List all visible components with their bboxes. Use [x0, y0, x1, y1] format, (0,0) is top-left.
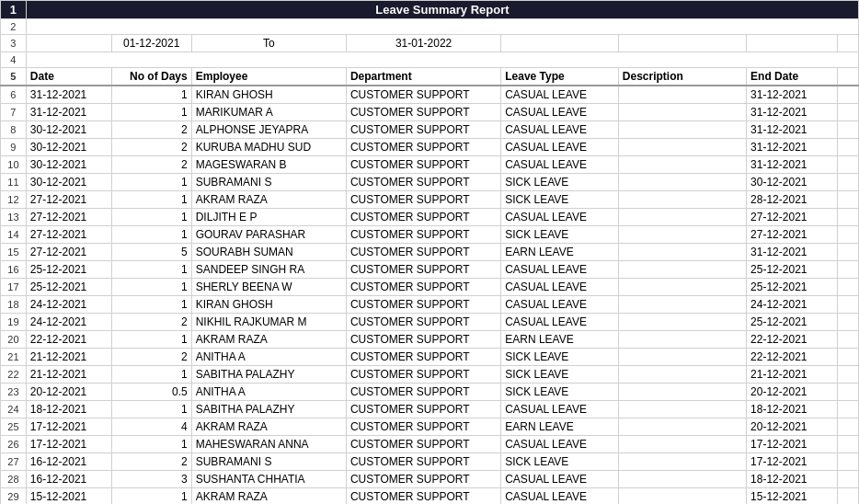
employee-cell: GOURAV PARASHAR	[191, 226, 346, 244]
enddate-cell: 27-12-2021	[747, 226, 838, 244]
row-num: 26	[1, 436, 27, 453]
dept-cell: CUSTOMER SUPPORT	[346, 174, 500, 191]
date-cell: 17-12-2021	[26, 418, 111, 436]
dept-cell: CUSTOMER SUPPORT	[346, 471, 500, 488]
header-enddate: End Date	[747, 68, 838, 86]
employee-cell: MARIKUMAR A	[191, 104, 346, 121]
row-num: 27	[1, 453, 27, 471]
table-row: 2418-12-20211SABITHA PALAZHYCUSTOMER SUP…	[1, 401, 859, 418]
desc-cell	[618, 296, 746, 314]
row-num: 15	[1, 244, 27, 261]
row-num: 24	[1, 401, 27, 418]
enddate-cell: 21-12-2021	[747, 366, 838, 384]
dept-cell: CUSTOMER SUPPORT	[346, 331, 500, 349]
days-cell: 2	[111, 453, 191, 471]
extra-cell	[837, 384, 858, 401]
table-row: 1824-12-20211KIRAN GHOSHCUSTOMER SUPPORT…	[1, 296, 859, 314]
dept-cell: CUSTOMER SUPPORT	[346, 384, 500, 401]
desc-cell	[618, 488, 746, 505]
enddate-cell: 25-12-2021	[747, 314, 838, 331]
enddate-cell: 28-12-2021	[747, 191, 838, 209]
row-num: 19	[1, 314, 27, 331]
employee-cell: MAHESWARAN ANNA	[191, 436, 346, 453]
date-range-row: 3 01-12-2021 To 31-01-2022	[1, 35, 859, 52]
enddate-cell: 17-12-2021	[747, 436, 838, 453]
extra-cell	[837, 401, 858, 418]
extra-cell	[837, 488, 858, 505]
employee-cell: MAGESWARAN B	[191, 156, 346, 174]
date-cell: 20-12-2021	[26, 384, 111, 401]
dept-cell: CUSTOMER SUPPORT	[346, 418, 500, 436]
table-row: 2022-12-20211AKRAM RAZACUSTOMER SUPPORTE…	[1, 331, 859, 349]
days-cell: 1	[111, 86, 191, 104]
table-row: 1527-12-20215SOURABH SUMANCUSTOMER SUPPO…	[1, 244, 859, 261]
days-cell: 1	[111, 488, 191, 505]
table-row: 2816-12-20213SUSHANTA CHHATIACUSTOMER SU…	[1, 471, 859, 488]
extra-cell	[837, 453, 858, 471]
enddate-cell: 22-12-2021	[747, 331, 838, 349]
table-row: 1030-12-20212MAGESWARAN BCUSTOMER SUPPOR…	[1, 156, 859, 174]
to-date: 31-01-2022	[346, 35, 500, 52]
days-cell: 3	[111, 471, 191, 488]
employee-cell: SABITHA PALAZHY	[191, 401, 346, 418]
dept-cell: CUSTOMER SUPPORT	[346, 401, 500, 418]
extra-cell	[837, 104, 858, 121]
employee-cell: AKRAM RAZA	[191, 191, 346, 209]
date-cell: 21-12-2021	[26, 366, 111, 384]
row-num-1: 1	[1, 1, 27, 19]
header-department: Department	[346, 68, 500, 86]
days-cell: 1	[111, 191, 191, 209]
extra-cell	[837, 191, 858, 209]
leavetype-cell: CASUAL LEAVE	[501, 314, 619, 331]
days-cell: 1	[111, 104, 191, 121]
dept-cell: CUSTOMER SUPPORT	[346, 453, 500, 471]
date-cell: 30-12-2021	[26, 139, 111, 156]
leavetype-cell: SICK LEAVE	[501, 349, 619, 366]
extra-cell	[837, 261, 858, 279]
row-num: 10	[1, 156, 27, 174]
desc-cell	[618, 174, 746, 191]
to-label: To	[191, 35, 346, 52]
dept-cell: CUSTOMER SUPPORT	[346, 296, 500, 314]
date-cell: 25-12-2021	[26, 261, 111, 279]
days-cell: 2	[111, 121, 191, 139]
days-cell: 5	[111, 244, 191, 261]
extra-cell	[837, 139, 858, 156]
enddate-cell: 31-12-2021	[747, 121, 838, 139]
date-cell: 30-12-2021	[26, 156, 111, 174]
days-cell: 1	[111, 331, 191, 349]
date-cell: 15-12-2021	[26, 488, 111, 505]
days-cell: 1	[111, 296, 191, 314]
extra-cell	[837, 436, 858, 453]
dept-cell: CUSTOMER SUPPORT	[346, 279, 500, 296]
days-cell: 1	[111, 436, 191, 453]
extra-cell	[837, 331, 858, 349]
date-cell: 31-12-2021	[26, 104, 111, 121]
spreadsheet-table: 1 Leave Summary Report 2 3 01-12-2021 To…	[0, 0, 859, 504]
days-cell: 1	[111, 401, 191, 418]
employee-cell: ANITHA A	[191, 384, 346, 401]
desc-cell	[618, 226, 746, 244]
desc-cell	[618, 471, 746, 488]
desc-cell	[618, 314, 746, 331]
date-cell: 21-12-2021	[26, 349, 111, 366]
row-num: 22	[1, 366, 27, 384]
leavetype-cell: CASUAL LEAVE	[501, 209, 619, 226]
enddate-cell: 31-12-2021	[747, 139, 838, 156]
extra-cell	[837, 156, 858, 174]
desc-cell	[618, 261, 746, 279]
date-cell: 24-12-2021	[26, 314, 111, 331]
extra-cell	[837, 86, 858, 104]
employee-cell: NIKHIL RAJKUMAR M	[191, 314, 346, 331]
dept-cell: CUSTOMER SUPPORT	[346, 488, 500, 505]
enddate-cell: 31-12-2021	[747, 156, 838, 174]
leavetype-cell: CASUAL LEAVE	[501, 121, 619, 139]
employee-cell: AKRAM RAZA	[191, 331, 346, 349]
dept-cell: CUSTOMER SUPPORT	[346, 139, 500, 156]
leavetype-cell: CASUAL LEAVE	[501, 488, 619, 505]
desc-cell	[618, 104, 746, 121]
employee-cell: AKRAM RAZA	[191, 488, 346, 505]
date-cell: 31-12-2021	[26, 86, 111, 104]
header-row: 5 Date No of Days Employee Department Le…	[1, 68, 859, 86]
row-num: 25	[1, 418, 27, 436]
